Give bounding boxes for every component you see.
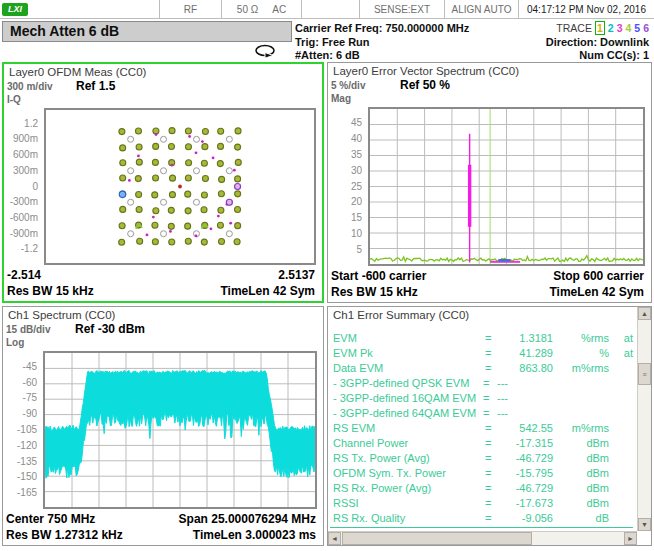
metric-value: -46.729 <box>497 452 553 464</box>
res-bw-label: Res BW 15 kHz <box>7 284 94 299</box>
qam64-point <box>152 192 158 198</box>
scroll-left-icon[interactable]: ◄ <box>328 532 341 545</box>
error-dot <box>195 151 198 154</box>
x-axis-row: -2.514 2.5137 <box>7 268 315 283</box>
spectrum-plot <box>43 351 317 509</box>
error-dot <box>128 179 131 182</box>
y-tick-label: -120 <box>3 440 37 451</box>
qam64-point <box>152 239 158 245</box>
purple-point <box>235 184 241 190</box>
y-tick-label: 900m <box>4 133 38 144</box>
metric-name: Channel Power <box>333 437 485 449</box>
metric-unit: dB <box>553 512 609 524</box>
qam64-point <box>201 192 207 198</box>
y-tick-label: -105 <box>3 424 37 435</box>
metric-value: --- <box>495 377 553 389</box>
panel-ch1-spectrum[interactable]: Ch1 Spectrum (CC0) 15 dB/div Ref -30 dBm… <box>2 306 324 546</box>
trace-number-3[interactable]: 3 <box>617 22 623 34</box>
panel-title: Ch1 Spectrum (CC0) <box>8 309 115 321</box>
horizontal-scroll-thumb[interactable] <box>342 532 532 545</box>
pilot-point <box>128 231 134 237</box>
trace-number-1[interactable]: 1 <box>595 21 605 35</box>
scroll-down-icon[interactable]: ▼ <box>638 518 651 531</box>
pilot-point <box>193 199 199 205</box>
summary-row: Channel Power=-17.315dBm <box>333 435 633 450</box>
vertical-scrollbar[interactable]: ▲ ≡ ▼ <box>637 307 651 531</box>
qam64-point <box>202 128 208 134</box>
blue-point <box>119 191 125 197</box>
y-scale-per-div: 300 m/div <box>7 81 53 92</box>
panel-ch1-error-summary[interactable]: Ch1 Error Summary (CC0) EVM=1.3181%rmsat… <box>327 306 652 546</box>
panel-title: Layer0 OFDM Meas (CC0) <box>9 66 146 78</box>
scroll-right-icon[interactable]: ► <box>624 532 637 545</box>
metric-value: 1.3181 <box>497 332 553 344</box>
x-axis-row: Center 750 MHz Span 25.000076294 MHz <box>6 512 316 527</box>
pilot-point <box>226 231 232 237</box>
pilot-point <box>161 199 167 205</box>
trace-number-6[interactable]: 6 <box>643 22 649 34</box>
metric-unit: %rms <box>553 332 609 344</box>
qam64-point <box>168 207 174 213</box>
metric-name: EVM <box>333 332 485 344</box>
time-len-label: TimeLen 42 Sym <box>221 284 316 299</box>
metric-name: - 3GPP-defined QPSK EVM <box>333 377 483 389</box>
qam64-point <box>120 160 126 166</box>
y-tick-label: -75 <box>3 392 37 403</box>
qam64-point <box>235 223 241 229</box>
constellation-plot <box>44 108 316 265</box>
trace-number-5[interactable]: 5 <box>634 22 640 34</box>
vertical-scroll-thumb[interactable]: ≡ <box>638 363 651 385</box>
metric-name: Data EVM <box>333 362 485 374</box>
qam64-point <box>136 159 142 165</box>
qam64-point <box>185 128 191 134</box>
scroll-up-icon[interactable]: ▲ <box>638 307 651 320</box>
purple-point <box>226 199 232 205</box>
qam64-point <box>137 238 143 244</box>
y-tick-label: 300m <box>4 165 38 176</box>
error-dot <box>137 155 140 158</box>
measurement-header: Mech Atten 6 dB Carrier Ref Freq: 750.00… <box>0 20 654 62</box>
carrier-ref-freq: Carrier Ref Freq: 750.000000 MHz <box>295 22 469 36</box>
direction-setting: Direction: Downlink <box>546 36 649 50</box>
trace-label: TRACE <box>556 22 592 34</box>
y-scale-per-div: 5 %/div <box>331 80 365 91</box>
error-dot <box>201 140 204 143</box>
continuous-sweep-icon <box>252 43 278 58</box>
y-tick-label: -45 <box>3 361 37 372</box>
panel-ofdm-meas[interactable]: Layer0 OFDM Meas (CC0) 300 m/div Ref 1.5… <box>2 62 324 303</box>
panel-error-vector-spectrum[interactable]: Layer0 Error Vector Spectrum (CC0) 5 %/d… <box>327 62 652 303</box>
metric-value: -17.315 <box>497 437 553 449</box>
align-indicator: ALIGN AUTO <box>445 0 519 18</box>
annotation-row: Res BW 1.27312 kHz TimeLen 3.000023 ms <box>6 528 316 543</box>
qam64-point <box>169 239 175 245</box>
y-tick-label: 25 <box>328 181 362 192</box>
qam64-point <box>168 223 174 229</box>
qam64-point <box>201 160 207 166</box>
annotation-row: Res BW 15 kHz TimeLen 42 Sym <box>331 285 644 300</box>
ref-level-label: Ref -30 dBm <box>75 322 145 336</box>
horizontal-scrollbar[interactable]: ◄ ► <box>328 531 637 545</box>
qam64-point <box>218 207 224 213</box>
res-bw-label: Res BW 15 kHz <box>331 285 418 300</box>
metric-extra: at <box>609 332 633 344</box>
qam64-point <box>219 176 225 182</box>
error-dot <box>195 235 198 238</box>
metric-unit: m%rms <box>553 362 609 374</box>
x-axis-row: Start -600 carrier Stop 600 carrier <box>331 269 644 284</box>
trace-number-2[interactable]: 2 <box>608 22 614 34</box>
metric-name: RS Tx. Power (Avg) <box>333 452 485 464</box>
status-spacer <box>302 0 360 18</box>
qam64-point <box>185 238 191 244</box>
metric-value: -9.056 <box>497 512 553 524</box>
qam64-point <box>202 176 208 182</box>
error-dot <box>152 216 155 219</box>
equals-sign: = <box>485 512 497 524</box>
qam64-point <box>185 208 191 214</box>
y-tick-label: -60 <box>3 377 37 388</box>
error-dot <box>146 234 149 237</box>
equals-sign: = <box>485 437 497 449</box>
evs-plot <box>368 107 645 266</box>
active-function-readout[interactable]: Mech Atten 6 dB <box>2 21 292 42</box>
trace-number-4[interactable]: 4 <box>625 22 631 34</box>
qam64-point <box>234 239 240 245</box>
